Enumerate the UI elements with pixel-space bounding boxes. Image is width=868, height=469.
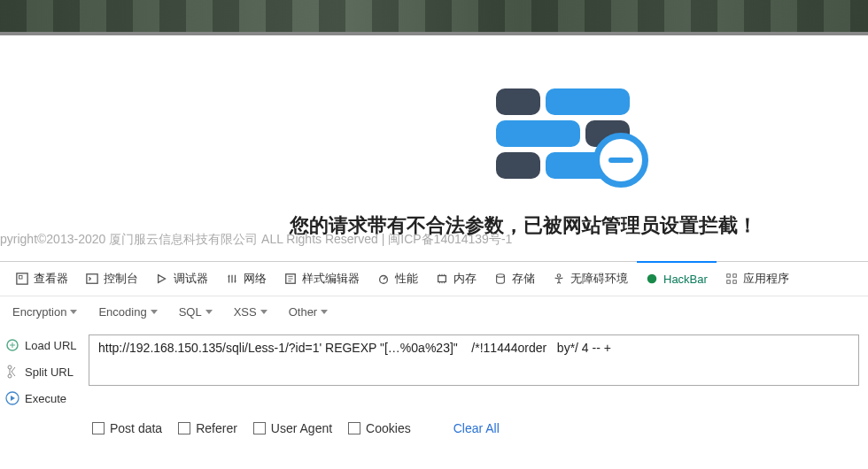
- hackbar-sidebar: Load URL Split URL Execute: [4, 334, 83, 409]
- tab-accessibility[interactable]: 无障碍环境: [544, 262, 637, 296]
- style-icon: [284, 273, 297, 285]
- svg-rect-5: [438, 276, 446, 282]
- svg-rect-2: [87, 274, 97, 284]
- load-url-button[interactable]: Load URL: [4, 334, 83, 356]
- svg-point-14: [8, 365, 12, 369]
- tab-label: 存储: [512, 271, 535, 287]
- referer-checkbox[interactable]: Referer: [178, 421, 237, 435]
- tab-label: 查看器: [34, 271, 68, 287]
- button-label: Split URL: [25, 365, 74, 379]
- devtools-tabs: 查看器 控制台 调试器 网络 样式编辑器 性能 内存 存储: [0, 262, 868, 296]
- tab-label: 内存: [453, 271, 477, 287]
- split-url-button[interactable]: Split URL: [4, 361, 83, 382]
- waf-block-icon: [496, 88, 651, 195]
- svg-point-6: [497, 274, 505, 278]
- chevron-down-icon: [151, 310, 158, 314]
- user-agent-checkbox[interactable]: User Agent: [253, 421, 332, 435]
- checkbox-label: Cookies: [366, 421, 411, 435]
- tab-label: 样式编辑器: [302, 271, 360, 287]
- tab-hackbar[interactable]: HackBar: [637, 262, 717, 296]
- svg-point-15: [8, 374, 12, 378]
- post-data-checkbox[interactable]: Post data: [92, 421, 162, 435]
- menu-encoding[interactable]: Encoding: [89, 302, 166, 322]
- tab-label: 应用程序: [743, 271, 789, 287]
- menu-label: Other: [289, 305, 318, 319]
- tab-label: 网络: [244, 271, 267, 287]
- url-input[interactable]: [89, 334, 859, 386]
- tab-style-editor[interactable]: 样式编辑器: [275, 262, 368, 296]
- checkbox-label: User Agent: [271, 421, 332, 435]
- tab-label: 性能: [395, 271, 418, 287]
- chevron-down-icon: [205, 310, 213, 314]
- chevron-down-icon: [260, 310, 267, 314]
- tab-label: HackBar: [663, 273, 708, 286]
- devtools-panel: 查看器 控制台 调试器 网络 样式编辑器 性能 内存 存储: [0, 261, 868, 469]
- performance-icon: [377, 273, 390, 285]
- svg-rect-9: [727, 274, 731, 278]
- svg-point-7: [557, 274, 561, 278]
- execute-button[interactable]: Execute: [4, 388, 83, 409]
- svg-rect-10: [733, 274, 737, 278]
- svg-rect-12: [733, 281, 737, 284]
- hackbar-options: Post data Referer User Agent Cookies Cle…: [0, 409, 868, 435]
- svg-rect-11: [727, 281, 731, 284]
- svg-point-8: [647, 274, 657, 284]
- tab-console[interactable]: 控制台: [77, 262, 147, 296]
- page-content: 您的请求带有不合法参数，已被网站管理员设置拦截！ pyright©2013-20…: [0, 35, 868, 245]
- checkbox-label: Post data: [110, 421, 162, 435]
- checkbox-icon: [348, 422, 360, 434]
- execute-icon: [5, 391, 19, 405]
- menu-label: Encryption: [12, 305, 66, 319]
- checkbox-label: Referer: [196, 421, 237, 435]
- checkbox-icon: [253, 422, 266, 434]
- tab-inspector[interactable]: 查看器: [7, 262, 77, 296]
- memory-icon: [436, 273, 448, 285]
- load-url-icon: [5, 338, 19, 352]
- tab-storage[interactable]: 存储: [485, 262, 544, 296]
- hackbar-icon: [646, 273, 658, 285]
- chevron-down-icon: [321, 310, 328, 314]
- button-label: Load URL: [25, 339, 77, 352]
- tab-label: 无障碍环境: [570, 271, 628, 287]
- clear-all-link[interactable]: Clear All: [453, 421, 500, 435]
- menu-xss[interactable]: XSS: [225, 302, 276, 322]
- storage-icon: [494, 273, 507, 285]
- tab-network[interactable]: 网络: [217, 262, 275, 296]
- menu-other[interactable]: Other: [280, 302, 337, 322]
- application-icon: [725, 273, 738, 285]
- menu-label: XSS: [234, 305, 257, 319]
- menu-label: SQL: [179, 305, 202, 319]
- button-label: Execute: [25, 392, 66, 405]
- menu-encryption[interactable]: Encryption: [4, 302, 86, 322]
- inspector-icon: [16, 273, 28, 285]
- debugger-icon: [156, 273, 168, 285]
- menu-sql[interactable]: SQL: [170, 302, 221, 322]
- tab-memory[interactable]: 内存: [427, 262, 485, 296]
- tab-debugger[interactable]: 调试器: [147, 262, 217, 296]
- tab-label: 调试器: [174, 271, 208, 287]
- tab-performance[interactable]: 性能: [368, 262, 427, 296]
- menu-label: Encoding: [98, 305, 146, 319]
- network-icon: [226, 273, 238, 285]
- tab-application[interactable]: 应用程序: [717, 262, 798, 296]
- tab-label: 控制台: [104, 271, 138, 287]
- console-icon: [86, 273, 98, 285]
- cookies-checkbox[interactable]: Cookies: [348, 421, 411, 435]
- checkbox-icon: [178, 422, 190, 434]
- hackbar-menubar: Encryption Encoding SQL XSS Other: [0, 296, 868, 327]
- page-banner-image: [0, 0, 868, 35]
- svg-rect-1: [19, 276, 23, 280]
- chevron-down-icon: [70, 310, 77, 314]
- footer-copyright: pyright©2013-2020 厦门服云信息科技有限公司 ALL Right…: [0, 232, 512, 248]
- accessibility-icon: [553, 273, 565, 285]
- split-url-icon: [5, 365, 19, 379]
- checkbox-icon: [92, 422, 105, 434]
